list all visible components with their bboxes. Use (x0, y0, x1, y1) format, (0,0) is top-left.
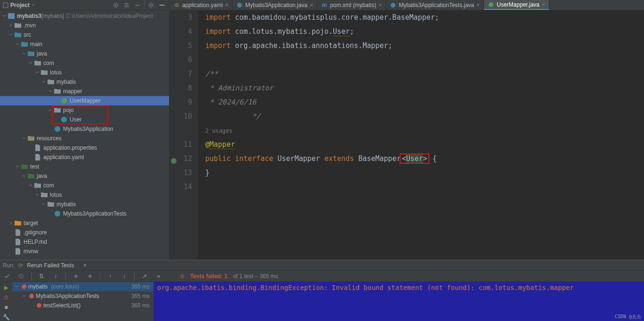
code-line[interactable]: import com.baomidou.mybatisplus.core.map… (205, 10, 644, 24)
chevron-down-icon[interactable] (22, 174, 26, 178)
chevron-down-icon[interactable] (35, 193, 40, 197)
code-line[interactable]: /** (205, 67, 644, 81)
code-line[interactable]: 2 usages (205, 123, 644, 137)
tree-item[interactable]: pojo (0, 105, 169, 115)
code-editor[interactable]: 34567891011121314 import com.baomidou.my… (169, 10, 644, 260)
chevron-right-icon[interactable] (8, 23, 13, 28)
chevron-down-icon[interactable] (22, 294, 26, 298)
rerun-icon[interactable]: ⟳ (18, 262, 23, 269)
chevron-down-icon[interactable] (48, 89, 53, 94)
tree-item[interactable]: com (0, 181, 169, 190)
tree-item[interactable]: main (0, 40, 169, 49)
chevron-down-icon[interactable] (15, 42, 20, 47)
editor-tab[interactable]: Mybatis3ApplicationTests.java × (386, 0, 484, 10)
test-tree-item[interactable]: Mybatis3ApplicationTests 365 ms (12, 291, 153, 301)
tree-item[interactable]: com (0, 58, 169, 68)
close-icon[interactable]: × (542, 1, 545, 8)
tree-item[interactable]: lotus (0, 68, 169, 77)
tree-item[interactable]: java (0, 49, 169, 58)
code-line[interactable]: import org.apache.ibatis.annotations.Map… (205, 39, 644, 53)
project-tree[interactable]: mybatis3 [mybatis]C:\Users\Administrator… (0, 10, 169, 260)
tree-item[interactable]: HELP.md (0, 237, 169, 247)
collapse-all-icon[interactable] (133, 1, 142, 9)
tree-item[interactable]: resources (0, 134, 169, 143)
chevron-down-icon[interactable] (15, 164, 20, 169)
editor-tab[interactable]: ⚙application.yaml × (169, 0, 233, 10)
chevron-down-icon[interactable] (8, 32, 13, 37)
chevron-down-icon[interactable] (28, 183, 33, 188)
chevron-down-icon[interactable] (14, 284, 19, 289)
tree-item[interactable]: java (0, 171, 169, 181)
tree-item[interactable]: application.properties (0, 143, 169, 152)
tree-item[interactable]: mybatis (0, 200, 169, 209)
editor-tab[interactable]: UserMapper.java × (484, 0, 549, 10)
tree-item[interactable]: src (0, 30, 169, 40)
chevron-down-icon[interactable] (22, 136, 26, 141)
editor-tab[interactable]: mpom.xml (mybatis) × (317, 0, 386, 10)
toggle-ignored-icon[interactable] (17, 272, 25, 281)
code-line[interactable]: public interface UserMapper extends Base… (205, 152, 644, 166)
export-icon[interactable]: ↗ (140, 272, 149, 281)
tree-item[interactable]: Mybatis3Application (0, 124, 169, 134)
expand-all-icon[interactable] (122, 1, 131, 9)
prev-fail-icon[interactable]: ↑ (106, 272, 114, 281)
code-body[interactable]: import com.baomidou.mybatisplus.core.map… (198, 10, 644, 260)
close-icon[interactable]: × (378, 2, 382, 8)
close-icon[interactable]: × (80, 261, 89, 270)
chevron-down-icon[interactable] (41, 80, 46, 84)
chevron-down-icon[interactable] (2, 14, 7, 18)
code-line[interactable]: @Mapper (205, 137, 644, 152)
collapse-icon[interactable]: ≡ (86, 272, 94, 281)
override-gutter-icon[interactable] (170, 155, 177, 161)
tree-item[interactable]: .mvn (0, 21, 169, 30)
tree-item[interactable]: mvnw (0, 247, 169, 256)
code-line[interactable]: * 2024/6/16 (205, 95, 644, 109)
test-tree-item[interactable]: mybatis (com.lotus) 365 ms (12, 282, 153, 291)
debug-icon[interactable]: ⊙ (2, 294, 10, 301)
expand-icon[interactable]: ≡ (72, 272, 80, 281)
tree-item[interactable]: Mybatis3ApplicationTests (0, 209, 169, 218)
next-fail-icon[interactable]: ↓ (120, 272, 129, 281)
chevron-down-icon[interactable] (35, 70, 40, 75)
code-line[interactable] (205, 180, 644, 194)
chevron-down-icon[interactable] (22, 51, 26, 56)
chevron-down-icon[interactable] (41, 202, 46, 207)
chevron-down-icon[interactable] (48, 108, 53, 112)
run-config-name[interactable]: Rerun Failed Tests (27, 262, 74, 269)
locate-icon[interactable] (112, 1, 120, 9)
tree-item[interactable]: mybatis (0, 77, 169, 87)
test-tree[interactable]: mybatis (com.lotus) 365 ms Mybatis3Appli… (12, 282, 153, 321)
code-line[interactable]: } (205, 166, 644, 180)
editor-tab[interactable]: Mybatis3Application.java × (233, 0, 317, 10)
tree-item[interactable]: UserMapper (0, 96, 169, 105)
toggle-pass-icon[interactable] (3, 272, 11, 281)
test-tree-item[interactable]: testSelectList() 365 ms (12, 301, 153, 310)
wrench-icon[interactable]: 🔧 (2, 314, 10, 321)
tree-item[interactable]: lotus (0, 190, 169, 200)
code-line[interactable]: * Administrator (205, 81, 644, 95)
chevron-right-icon[interactable] (8, 221, 13, 225)
tree-item[interactable]: User (0, 115, 169, 124)
project-panel-title[interactable]: Project (3, 2, 35, 8)
tree-item[interactable]: mapper (0, 87, 169, 96)
run-icon[interactable]: ▶ (2, 284, 10, 291)
tree-root[interactable]: mybatis3 [mybatis]C:\Users\Administrator… (0, 11, 169, 21)
code-line[interactable] (205, 53, 644, 67)
close-icon[interactable]: × (476, 2, 480, 8)
close-icon[interactable]: × (310, 2, 313, 8)
tree-item[interactable]: test (0, 162, 169, 171)
gear-icon[interactable] (147, 1, 155, 9)
hide-icon[interactable] (158, 1, 166, 9)
code-line[interactable]: */ (205, 109, 644, 123)
tree-item[interactable]: .gitignore (0, 228, 169, 237)
close-icon[interactable]: × (225, 2, 228, 8)
code-line[interactable]: import com.lotus.mybatis.pojo.User; (205, 24, 644, 39)
tree-item[interactable]: target (0, 218, 169, 228)
sort-icon[interactable]: ⇅ (37, 272, 46, 281)
tree-item[interactable]: application.yaml (0, 152, 169, 162)
chevron-down-icon[interactable] (28, 61, 33, 65)
more-icon[interactable]: » (154, 272, 163, 281)
sort2-icon[interactable]: ↕ (51, 272, 60, 281)
stop-icon[interactable]: ■ (2, 304, 10, 311)
test-console[interactable]: org.apache.ibatis.binding.BindingExcepti… (153, 282, 644, 321)
